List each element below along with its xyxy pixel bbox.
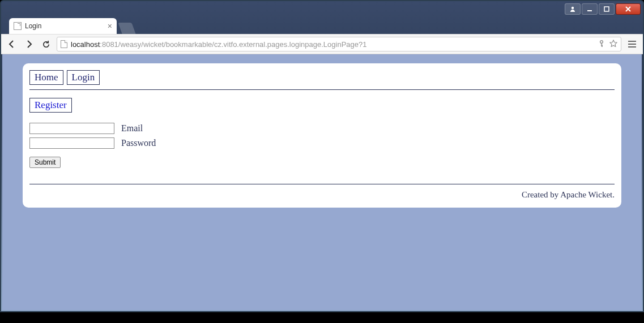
svg-point-0 [572, 7, 574, 9]
maximize-button[interactable] [599, 3, 615, 15]
footer-text: Created by [522, 190, 560, 199]
window-titlebar [1, 1, 643, 17]
footer-suffix: . [612, 190, 615, 199]
svg-rect-2 [604, 7, 609, 11]
nav-login-link[interactable]: Login [67, 70, 100, 85]
svg-point-3 [600, 40, 603, 43]
content-card: Home Login Register Email Password Submi… [23, 63, 621, 208]
minimize-button[interactable] [582, 3, 598, 15]
user-icon[interactable] [565, 3, 581, 15]
address-bar[interactable]: localhost:8081/weasy/wicket/bookmarkable… [57, 37, 621, 51]
site-icon [61, 40, 67, 48]
divider [29, 184, 615, 184]
tab-strip: Login × [1, 17, 643, 34]
password-input[interactable] [29, 137, 114, 149]
svg-rect-1 [587, 10, 592, 11]
footer-link[interactable]: Apache Wicket [560, 190, 612, 199]
submit-button[interactable]: Submit [29, 157, 61, 168]
url-host: localhost [71, 40, 100, 49]
register-link[interactable]: Register [29, 98, 72, 113]
password-label: Password [121, 138, 156, 148]
bookmark-star-icon[interactable] [609, 40, 617, 49]
page-viewport: Home Login Register Email Password Submi… [2, 54, 642, 310]
password-key-icon[interactable] [598, 40, 605, 49]
email-input[interactable] [29, 123, 114, 134]
url-path: :8081/weasy/wicket/bookmarkable/cz.vitfo… [100, 40, 366, 49]
reload-button[interactable] [40, 38, 52, 50]
tab-close-icon[interactable]: × [108, 22, 112, 30]
password-row: Password [29, 137, 615, 149]
browser-toolbar: localhost:8081/weasy/wicket/bookmarkable… [1, 34, 643, 54]
footer: Created by Apache Wicket. [29, 188, 615, 203]
divider [29, 89, 615, 90]
close-button[interactable] [616, 3, 641, 15]
hamburger-menu-icon[interactable] [626, 38, 638, 50]
page-icon [14, 22, 22, 30]
nav-links: Home Login [29, 70, 615, 85]
tab-title: Login [25, 22, 41, 30]
nav-home-link[interactable]: Home [29, 70, 63, 85]
browser-window: Login × localhost:8081/weasy/wicket/book… [0, 0, 644, 312]
email-label: Email [121, 123, 143, 133]
forward-button[interactable] [23, 38, 35, 50]
new-tab-button[interactable] [118, 23, 135, 34]
back-button[interactable] [6, 38, 18, 50]
browser-tab[interactable]: Login × [9, 18, 117, 34]
email-row: Email [29, 123, 615, 134]
